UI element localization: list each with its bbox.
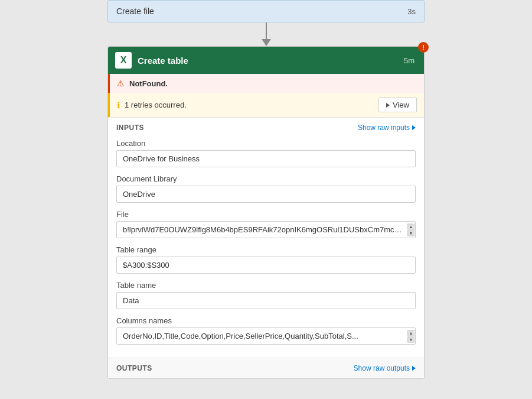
info-icon: ℹ bbox=[117, 100, 120, 110]
create-file-time: 3s bbox=[407, 7, 416, 16]
field-document-library: Document Library OneDrive bbox=[116, 174, 416, 203]
field-location-label: Location bbox=[116, 139, 416, 148]
file-scroll-indicator: ▲ ▼ bbox=[407, 223, 414, 236]
inputs-section-header: INPUTS Show raw inputs bbox=[116, 124, 416, 132]
field-location: Location OneDrive for Business bbox=[116, 139, 416, 167]
field-table-name-value: Data bbox=[116, 292, 416, 309]
columns-scroll-down-arrow[interactable]: ▼ bbox=[407, 336, 414, 342]
show-raw-inputs-link[interactable]: Show raw inputs bbox=[358, 124, 416, 132]
outputs-title: OUTPUTS bbox=[116, 364, 152, 372]
field-table-name-label: Table name bbox=[116, 281, 416, 290]
retry-message: 1 retries occurred. bbox=[125, 100, 187, 109]
error-banner: ⚠ NotFound. bbox=[108, 74, 424, 93]
retry-info: ℹ 1 retries occurred. bbox=[117, 100, 187, 110]
field-columns-names-label: Columns names bbox=[116, 316, 416, 325]
field-table-range-label: Table range bbox=[116, 245, 416, 254]
field-file-label: File bbox=[116, 210, 416, 219]
error-message: NotFound. bbox=[129, 79, 168, 88]
field-document-library-label: Document Library bbox=[116, 174, 416, 183]
field-document-library-value: OneDrive bbox=[116, 186, 416, 203]
scroll-down-arrow[interactable]: ▼ bbox=[407, 230, 414, 236]
field-file: File b!lprviWd7E0OUWZ9lflg8M6b4bpES9RFAi… bbox=[116, 210, 416, 238]
chevron-right-icon bbox=[386, 103, 390, 108]
create-table-card: X Create table 5m ! ⚠ NotFound. ℹ 1 retr… bbox=[107, 46, 425, 379]
show-raw-inputs-label: Show raw inputs bbox=[358, 124, 410, 132]
show-raw-inputs-chevron bbox=[412, 125, 416, 130]
field-table-range-value: $A300:$S300 bbox=[116, 257, 416, 274]
inputs-section: INPUTS Show raw inputs Location OneDrive… bbox=[108, 117, 424, 358]
show-raw-outputs-label: Show raw outputs bbox=[354, 364, 410, 372]
scroll-up-arrow[interactable]: ▲ bbox=[407, 223, 414, 229]
error-badge: ! bbox=[418, 42, 429, 53]
arrow-connector bbox=[0, 22, 532, 46]
field-file-value: b!lprviWd7E0OUWZ9lflg8M6b4bpES9RFAik72op… bbox=[116, 221, 416, 238]
field-columns-names-value: OrderNo,ID,Title,Code,Option,Price,Selle… bbox=[116, 327, 416, 345]
inputs-title: INPUTS bbox=[116, 124, 144, 132]
field-file-wrapper: b!lprviWd7E0OUWZ9lflg8M6b4bpES9RFAik72op… bbox=[116, 221, 416, 238]
field-columns-names: Columns names OrderNo,ID,Title,Code,Opti… bbox=[116, 316, 416, 345]
columns-scroll-indicator: ▲ ▼ bbox=[407, 330, 414, 342]
warning-icon: ⚠ bbox=[117, 79, 125, 88]
outputs-section: OUTPUTS Show raw outputs bbox=[108, 358, 424, 378]
excel-icon: X bbox=[115, 52, 132, 69]
field-table-range: Table range $A300:$S300 bbox=[116, 245, 416, 274]
card-header-title: Create table bbox=[138, 56, 404, 66]
page-wrapper: Create file 3s X Create table 5m ! ⚠ Not… bbox=[0, 0, 532, 379]
view-button-label: View bbox=[393, 100, 409, 109]
card-header: X Create table 5m ! bbox=[108, 47, 424, 74]
view-button[interactable]: View bbox=[378, 98, 417, 112]
show-raw-outputs-link[interactable]: Show raw outputs bbox=[354, 364, 416, 372]
columns-scroll-up-arrow[interactable]: ▲ bbox=[407, 330, 414, 336]
connector-line bbox=[266, 22, 267, 39]
arrow-down-icon bbox=[262, 39, 271, 46]
create-file-card: Create file 3s bbox=[107, 0, 425, 22]
create-file-title: Create file bbox=[116, 7, 154, 16]
field-table-name: Table name Data bbox=[116, 281, 416, 309]
card-header-time: 5m bbox=[404, 56, 414, 65]
field-location-value: OneDrive for Business bbox=[116, 150, 416, 167]
field-columns-names-wrapper: OrderNo,ID,Title,Code,Option,Price,Selle… bbox=[116, 327, 416, 345]
show-raw-outputs-chevron bbox=[412, 366, 416, 371]
excel-letter: X bbox=[120, 55, 127, 66]
retry-banner: ℹ 1 retries occurred. View bbox=[108, 93, 424, 117]
